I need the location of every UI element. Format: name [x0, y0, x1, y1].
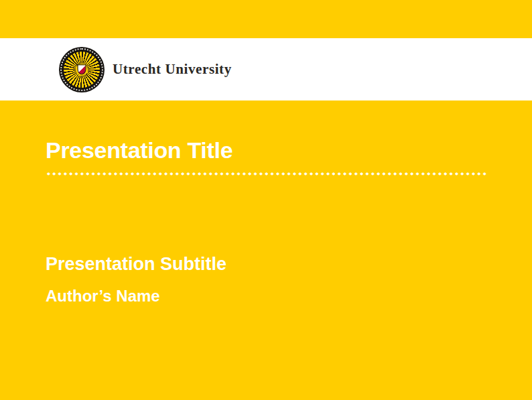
presentation-title: Presentation Title — [46, 139, 232, 161]
author-name: Author’s Name — [46, 288, 160, 304]
logo-shield-icon — [78, 64, 86, 74]
university-wordmark: Utrecht University — [113, 61, 232, 78]
title-slide: Utrecht University Presentation Title Pr… — [0, 0, 532, 400]
presentation-subtitle: Presentation Subtitle — [46, 255, 226, 273]
logo-band: Utrecht University — [0, 38, 532, 101]
utrecht-university-sun-logo-icon — [59, 47, 105, 92]
dotted-divider — [46, 172, 488, 176]
